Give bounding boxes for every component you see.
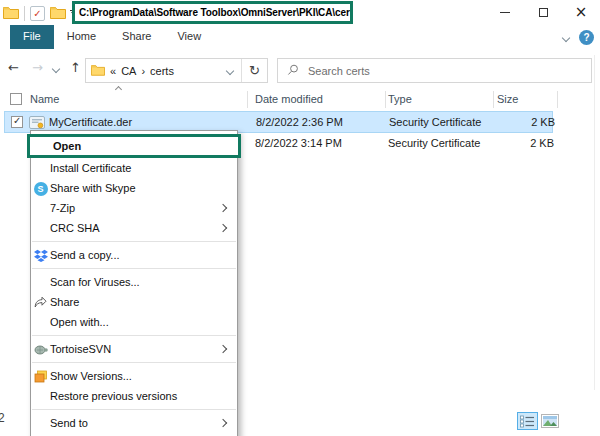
context-menu-item-show-versions[interactable]: Show Versions...	[31, 366, 237, 386]
context-menu-item-send-a-copy[interactable]: Send a copy...	[31, 245, 237, 265]
context-menu-item-send-to[interactable]: Send to	[31, 413, 237, 433]
column-header-type[interactable]: Type	[388, 93, 412, 105]
file-explorer-window: ✓ C:\ProgramData\Software Toolbox\OmniSe…	[0, 0, 600, 436]
content-edge-divider	[594, 55, 595, 390]
context-menu-item-open[interactable]: Open	[27, 134, 241, 158]
column-header-date-modified[interactable]: Date modified	[255, 93, 323, 105]
collapse-ribbon-icon[interactable]	[562, 33, 570, 41]
up-button[interactable]: ↑	[70, 60, 81, 75]
folder-icon[interactable]	[50, 6, 66, 21]
search-icon	[287, 64, 299, 78]
column-header-name[interactable]: Name	[30, 93, 59, 105]
menu-label: 7-Zip	[50, 202, 75, 214]
ribbon-tab-bar: File Home Share View ?	[0, 25, 600, 49]
submenu-arrow-icon	[219, 224, 227, 232]
menu-separator	[32, 241, 236, 242]
toolbar-separator	[24, 6, 25, 21]
versions-icon	[33, 369, 48, 384]
recent-locations-dropdown-icon[interactable]	[52, 65, 60, 73]
breadcrumb-item-ca[interactable]: CA	[121, 65, 136, 77]
menu-separator	[32, 268, 236, 269]
menu-label: Install Certificate	[50, 162, 131, 174]
minimize-button[interactable]	[486, 0, 524, 25]
help-icon[interactable]: ?	[579, 30, 594, 45]
sort-ascending-icon	[115, 86, 122, 93]
maximize-icon	[539, 8, 548, 17]
menu-label: Show Versions...	[50, 370, 132, 382]
submenu-arrow-icon	[219, 204, 227, 212]
tab-file[interactable]: File	[10, 25, 54, 49]
menu-label: Open	[53, 140, 81, 152]
address-bar[interactable]: « CA › certs ↻	[85, 58, 268, 83]
context-menu-item-open-with[interactable]: Open with...	[31, 312, 237, 332]
window-controls: ×	[486, 0, 600, 25]
close-icon: ×	[575, 5, 588, 20]
menu-separator	[32, 335, 236, 336]
forward-button[interactable]: →	[32, 60, 43, 75]
column-divider[interactable]	[247, 91, 248, 108]
list-header: Name Date modified Type Size	[0, 90, 600, 110]
refresh-button[interactable]: ↻	[242, 63, 267, 78]
tab-share[interactable]: Share	[109, 25, 164, 49]
maximize-button[interactable]	[524, 0, 562, 25]
submenu-arrow-icon	[219, 419, 227, 427]
search-input[interactable]	[306, 64, 556, 78]
search-box[interactable]	[277, 58, 592, 83]
column-divider[interactable]	[385, 91, 386, 108]
dropbox-icon	[33, 248, 48, 263]
menu-label: Scan for Viruses...	[50, 276, 140, 288]
titlebar: ✓ C:\ProgramData\Software Toolbox\OmniSe…	[0, 0, 600, 25]
navigation-bar: ← → ↑ « CA › certs ↻	[0, 53, 600, 85]
column-divider[interactable]	[493, 91, 494, 108]
column-header-size[interactable]: Size	[497, 93, 518, 105]
folder-icon	[3, 6, 19, 21]
menu-label: TortoiseSVN	[50, 343, 111, 355]
back-button[interactable]: ←	[8, 60, 19, 75]
menu-label: Share	[50, 296, 79, 308]
context-menu-item-scan-for-viruses[interactable]: Scan for Viruses...	[31, 272, 237, 292]
context-menu-item-tortoisesvn[interactable]: TortoiseSVN	[31, 339, 237, 359]
details-view-icon	[520, 415, 535, 428]
file-date: 8/2/2022 3:14 PM	[255, 137, 342, 149]
menu-label: Share with Skype	[50, 182, 136, 194]
breadcrumb-separator: ›	[141, 65, 145, 77]
file-name: MyCertificate.der	[49, 116, 132, 128]
menu-label: Send a copy...	[50, 249, 120, 261]
file-size: 2 KB	[465, 116, 555, 128]
folder-icon	[91, 64, 105, 78]
file-size: 2 KB	[464, 137, 554, 149]
breadcrumb-collapsed[interactable]: «	[110, 65, 116, 77]
close-button[interactable]: ×	[562, 0, 600, 25]
minimize-icon	[500, 12, 510, 13]
context-menu-item-restore-previous-versions[interactable]: Restore previous versions	[31, 386, 237, 406]
breadcrumb: « CA › certs	[86, 64, 174, 78]
context-menu-item-share[interactable]: Share	[31, 292, 237, 312]
details-view-button[interactable]	[517, 412, 538, 430]
context-menu-item-share-with-skype[interactable]: S Share with Skype	[31, 178, 237, 198]
breadcrumb-item-certs[interactable]: certs	[150, 65, 174, 77]
share-icon	[33, 295, 48, 310]
file-date: 8/2/2022 2:36 PM	[256, 116, 343, 128]
menu-label: Open with...	[50, 316, 109, 328]
select-all-checkbox[interactable]	[10, 93, 22, 105]
row-checkbox-checked[interactable]: ✓	[11, 116, 23, 128]
large-icons-view-button[interactable]	[541, 414, 559, 428]
context-menu: Open Install Certificate S Share with Sk…	[30, 130, 238, 436]
menu-label: Restore previous versions	[50, 390, 177, 402]
skype-icon: S	[33, 181, 48, 196]
context-menu-item-crc-sha[interactable]: CRC SHA	[31, 218, 237, 238]
address-dropdown-icon[interactable]	[226, 66, 234, 74]
certificate-file-icon	[29, 116, 45, 131]
submenu-arrow-icon	[219, 345, 227, 353]
item-count-text: 2	[0, 411, 5, 425]
thumbnail-view-icon	[543, 416, 557, 426]
tab-view[interactable]: View	[164, 25, 214, 49]
column-divider[interactable]	[557, 91, 558, 108]
properties-icon[interactable]: ✓	[30, 6, 45, 21]
tortoisesvn-icon	[33, 342, 48, 357]
address-path-highlighted[interactable]: C:\ProgramData\Software Toolbox\OmniServ…	[72, 1, 353, 24]
context-menu-item-install-certificate[interactable]: Install Certificate	[31, 158, 237, 178]
tab-home[interactable]: Home	[54, 25, 109, 49]
context-menu-item-7zip[interactable]: 7-Zip	[31, 198, 237, 218]
quick-access-toolbar: ✓	[3, 4, 77, 22]
